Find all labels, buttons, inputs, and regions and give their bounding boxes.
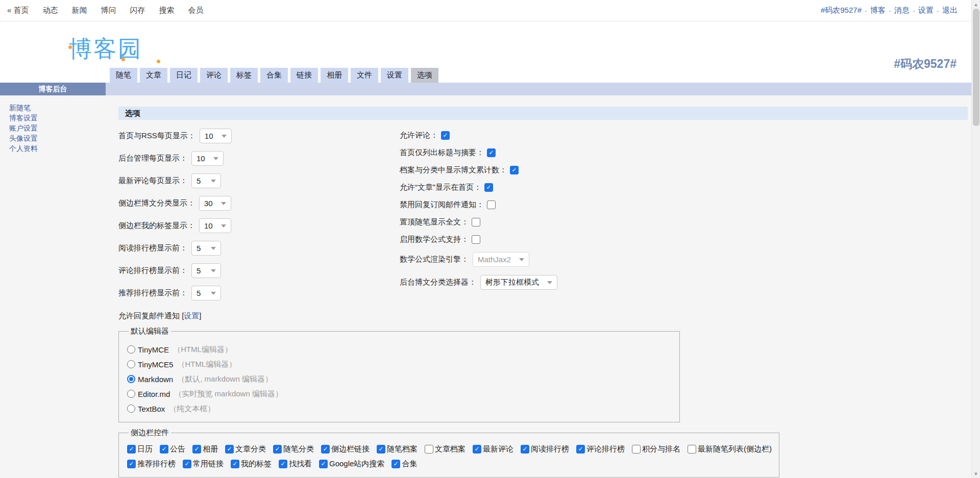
widget-sidebar-links[interactable]: 侧边栏链接 [321, 444, 370, 454]
enable-math-checkbox[interactable] [472, 235, 480, 244]
checkbox[interactable] [632, 445, 641, 454]
pinned-fulltext-checkbox[interactable] [472, 218, 480, 227]
editor-textbox-radio[interactable] [127, 405, 135, 413]
sidebar-item-blog-settings[interactable]: 博客设置 [9, 113, 106, 123]
dot-separator: · [889, 6, 891, 15]
editor-tinymce5-radio[interactable] [127, 360, 135, 368]
show-post-counts-checkbox[interactable] [510, 166, 519, 174]
checkbox[interactable] [231, 460, 239, 468]
widget-score-rank[interactable]: 积分与排名 [632, 444, 680, 454]
checkbox[interactable] [321, 445, 330, 454]
widget-common-links[interactable]: 常用链接 [183, 459, 224, 469]
widget-article-archive[interactable]: 文章档案 [425, 444, 465, 454]
editor-tinymce-radio[interactable] [127, 345, 135, 354]
widget-read-ranking[interactable]: 阅读排行榜 [521, 444, 569, 454]
widget-comment-ranking[interactable]: 评论排行榜 [576, 444, 625, 454]
checkbox[interactable] [127, 460, 136, 468]
widget-post-categories[interactable]: 随笔分类 [273, 444, 314, 454]
logo-dot-icon [121, 58, 125, 61]
allow-comments-checkbox[interactable] [441, 131, 450, 140]
scroll-down-icon[interactable]: ▼ [972, 469, 980, 478]
checkbox[interactable] [576, 445, 585, 454]
tab-files[interactable]: 文件 [351, 68, 378, 83]
widget-zzk-search[interactable]: 找找看 [279, 459, 312, 469]
widget-my-tags[interactable]: 我的标签 [231, 459, 272, 469]
checkbox[interactable] [160, 445, 168, 454]
widget-recommend-ranking[interactable]: 推荐排行榜 [127, 459, 176, 469]
sidebar-item-profile[interactable]: 个人资料 [9, 143, 106, 154]
articles-on-homepage-checkbox[interactable] [484, 183, 493, 192]
sidebar-item-new-post[interactable]: 新随笔 [9, 103, 106, 113]
checkbox[interactable] [127, 445, 136, 454]
scroll-up-icon[interactable]: ▲ [972, 0, 980, 9]
topnav-members[interactable]: 会员 [188, 6, 204, 15]
homepage-summary-only-checkbox[interactable] [487, 148, 496, 157]
editor-markdown-radio[interactable] [127, 375, 135, 383]
topnav-ing[interactable]: 闪存 [130, 6, 145, 15]
checkbox[interactable] [521, 445, 529, 454]
checkbox[interactable] [192, 445, 201, 454]
vertical-scrollbar[interactable]: ▲ ▼ [971, 0, 980, 478]
widget-article-categories[interactable]: 文章分类 [225, 444, 266, 454]
form-row: 侧边栏我的标签显示： 10 [118, 218, 400, 233]
widget-post-archive[interactable]: 随笔档案 [377, 444, 418, 454]
widget-calendar[interactable]: 日历 [127, 444, 153, 454]
comment-ranking-count-select[interactable]: 5 [191, 263, 221, 278]
checkbox[interactable] [391, 460, 400, 468]
recent-comments-per-page-select[interactable]: 5 [191, 173, 221, 188]
admin-per-page-select[interactable]: 10 [191, 151, 224, 166]
editor-editormd-radio[interactable] [127, 390, 135, 398]
topnav-home[interactable]: « 首页 [7, 6, 29, 15]
checkbox[interactable] [688, 445, 696, 454]
sidebar-tags-count-select[interactable]: 10 [199, 218, 231, 233]
tab-comments[interactable]: 评论 [200, 68, 228, 83]
sidebar-item-account-settings[interactable]: 账户设置 [9, 123, 106, 133]
topnav-settings[interactable]: 设置 [918, 6, 934, 15]
topnav-blog[interactable]: 博客 [870, 6, 886, 15]
tab-diary[interactable]: 日记 [170, 68, 198, 83]
tab-collections[interactable]: 合集 [260, 68, 288, 83]
widget-recent-comments[interactable]: 最新评论 [473, 444, 513, 454]
tab-albums[interactable]: 相册 [321, 68, 348, 83]
checkbox[interactable] [425, 445, 433, 454]
form-row: 阅读排行榜显示前： 5 [118, 241, 400, 256]
tab-tags[interactable]: 标签 [230, 68, 258, 83]
sidebar-categories-count-select[interactable]: 30 [199, 196, 231, 211]
sidebar-item-avatar-settings[interactable]: 头像设置 [9, 133, 106, 143]
checkbox[interactable] [183, 460, 191, 468]
topnav-messages[interactable]: 消息 [894, 6, 910, 15]
topnav-q-and-a[interactable]: 博问 [101, 6, 116, 15]
read-ranking-count-select[interactable]: 5 [191, 241, 221, 256]
widget-google-search[interactable]: Google站内搜索 [319, 459, 384, 469]
topnav-username[interactable]: #码农9527# [821, 6, 862, 15]
recommend-ranking-count-select[interactable]: 5 [191, 286, 221, 300]
checkbox[interactable] [273, 445, 282, 454]
check-row: 首页仅列出标题与摘要： [400, 148, 557, 157]
reply-mail-settings-link[interactable]: 设置 [184, 311, 199, 320]
topnav-search[interactable]: 搜索 [159, 6, 175, 15]
widget-recent-posts-list[interactable]: 最新随笔列表(侧边栏) [688, 444, 772, 454]
tab-links[interactable]: 链接 [290, 68, 318, 83]
scrollbar-thumb[interactable] [973, 9, 979, 126]
widget-announcement[interactable]: 公告 [160, 444, 185, 454]
category-picker-mode-select[interactable]: 树形下拉框模式 [480, 275, 557, 290]
disable-reply-subscription-checkbox[interactable] [487, 200, 496, 209]
tab-articles[interactable]: 文章 [140, 68, 167, 83]
topnav-logout[interactable]: 退出 [942, 6, 958, 15]
widget-albums[interactable]: 相册 [192, 444, 218, 454]
checkbox[interactable] [225, 445, 234, 454]
topnav-news[interactable]: 新闻 [72, 6, 87, 15]
widget-collections[interactable]: 合集 [391, 459, 417, 469]
tab-settings[interactable]: 设置 [381, 68, 408, 83]
checkbox[interactable] [473, 445, 481, 454]
checkbox[interactable] [377, 445, 385, 454]
math-engine-select[interactable]: MathJax2 [473, 252, 529, 267]
tab-options[interactable]: 选项 [411, 68, 438, 83]
checkbox[interactable] [279, 460, 287, 468]
cnblogs-logo[interactable]: 博客园 [69, 34, 142, 64]
topnav-feed[interactable]: 动态 [43, 6, 58, 15]
homepage-rss-per-page-select[interactable]: 10 [200, 129, 232, 143]
checkbox[interactable] [319, 460, 328, 468]
widget-label: 合集 [402, 459, 417, 469]
tab-posts[interactable]: 随笔 [110, 68, 137, 83]
